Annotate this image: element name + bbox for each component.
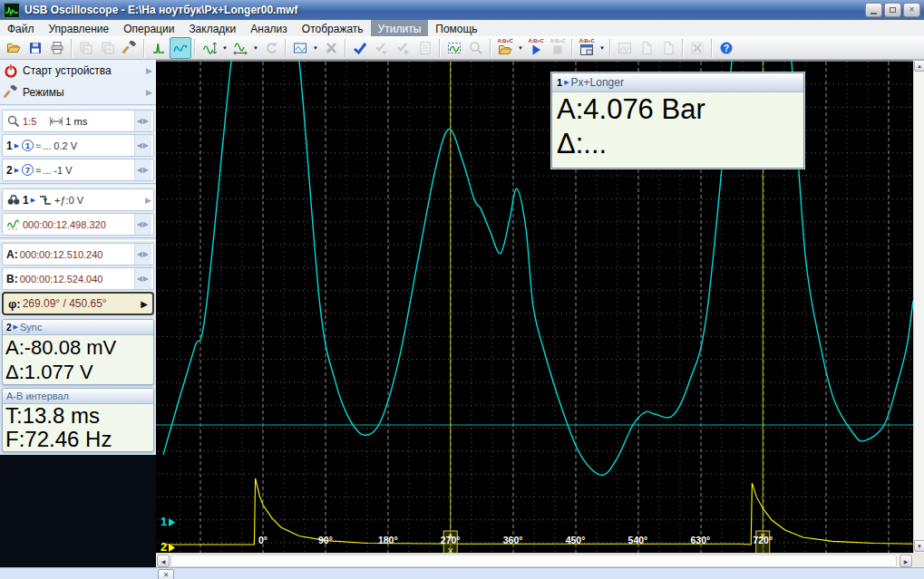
menu-item-2[interactable]: Управление	[42, 20, 117, 36]
waveform-view-button[interactable]	[170, 37, 191, 59]
divider	[0, 183, 156, 187]
trace-channel-2[interactable]	[164, 478, 913, 545]
hammer-icon	[122, 41, 137, 55]
scroll-left-button[interactable]: ◀	[157, 555, 170, 567]
menu-item-1[interactable]: Файл	[0, 20, 42, 36]
math-panel-button[interactable]: A:B+C	[576, 37, 598, 59]
abc-caption: A:B+C	[576, 38, 598, 43]
scale-spinner[interactable]: ◀▶	[134, 111, 151, 131]
help-button[interactable]: ?	[715, 37, 737, 59]
sync-delta-value: Δ:1.077 V	[3, 360, 153, 384]
channel-1-spinner[interactable]: ◀▶	[134, 135, 151, 156]
modes-button[interactable]: Режимы ▶	[0, 82, 156, 103]
new-wave-window-button[interactable]	[289, 37, 311, 59]
math-open-button-dropdown[interactable]: ▼	[516, 38, 525, 58]
menu-item-7[interactable]: Утилиты	[371, 20, 429, 36]
sync-panel-header[interactable]: 2 ▶ Sync	[3, 320, 153, 335]
menu-item-6[interactable]: Отображать	[295, 20, 371, 36]
copy-wave-icon	[79, 41, 93, 55]
export-report-button	[657, 37, 679, 59]
toolbar-separator	[609, 39, 611, 57]
divider	[0, 237, 156, 241]
channel-arrow-icon: ▶	[15, 142, 19, 150]
abc-play-icon	[529, 43, 543, 57]
vertical-scrollbar[interactable]: ▲ ▼	[913, 60, 924, 553]
sidebar-empty-area	[0, 455, 156, 567]
close-dock-icon[interactable]: ✕	[158, 569, 174, 579]
select-region-button[interactable]	[443, 37, 465, 59]
channel-1-row[interactable]: 1 ▶ 1 ≈ ... 0.2 V ◀▶	[2, 134, 154, 157]
abc-caption: A:B+C	[494, 38, 516, 43]
sync-settings-row[interactable]: 1 ▶ +ƒ:0 V ▶	[2, 188, 154, 211]
horizontal-scrollbar[interactable]: ◀ ▶	[156, 553, 913, 567]
scale-row[interactable]: 1:5 1 ms ◀▶	[2, 110, 154, 132]
channel-arrow-icon: ▶	[15, 167, 19, 174]
toolbar-separator	[571, 39, 573, 57]
scroll-down-button[interactable]: ▼	[914, 540, 924, 552]
measurement-overlay-window[interactable]: 1 ▶ Px+Longer A:4.076 Bar Δ:...	[551, 72, 804, 169]
channel-2-marker[interactable]: 2	[160, 540, 167, 554]
list-page-icon	[418, 41, 433, 55]
single-pulse-button[interactable]	[148, 37, 170, 59]
abc-caption: A:B+C	[547, 38, 569, 43]
modes-label: Режимы	[23, 86, 64, 99]
x-tick-label: 0°	[258, 535, 267, 545]
channel-1-marker[interactable]: 1	[160, 515, 167, 528]
time-position-row[interactable]: 000:00:12.498.320 ◀▶	[2, 213, 154, 236]
control-sidebar: Старт устройства ▶ Режимы ▶ 1:5 1 ms ◀▶ …	[0, 60, 156, 567]
vertical-scale-button[interactable]	[199, 37, 220, 59]
menu-item-8[interactable]: Помощь	[428, 20, 484, 36]
horizontal-scroll-thumb[interactable]	[170, 555, 897, 567]
menu-item-5[interactable]: Анализ	[243, 20, 295, 36]
waveform-icon: ≈	[35, 165, 41, 176]
time-position-spinner[interactable]: ◀▶	[134, 214, 151, 235]
horizontal-scale-button-dropdown[interactable]: ▼	[251, 38, 260, 58]
new-wave-window-button-dropdown[interactable]: ▼	[311, 38, 320, 58]
channel-arrow-icon: ▶	[14, 323, 18, 331]
scroll-right-button[interactable]: ▶	[900, 555, 912, 567]
math-stop-button: A:B+C	[547, 37, 569, 59]
cursor-a-label: A:	[6, 248, 18, 261]
x-tick-label: 180°	[378, 535, 398, 545]
sync-panel-channel: 2	[6, 323, 12, 333]
minimize-button[interactable]	[865, 3, 882, 17]
restore-button[interactable]	[884, 3, 901, 17]
open-folder-icon	[6, 41, 21, 55]
channel-2-row[interactable]: 2 ▶ 7 ≈ ... -1 V ◀▶	[2, 159, 154, 181]
page-icon	[661, 41, 676, 55]
horizontal-scale-button[interactable]	[229, 37, 251, 59]
ab-panel-header[interactable]: A-B интервал	[3, 389, 153, 404]
submenu-arrow-icon: ▶	[141, 299, 148, 309]
oscilloscope-plot-area[interactable]: AXXB0°90°180°270°360°450°540°630°720°12 …	[156, 60, 913, 553]
interval-time-value: T:13.8 ms	[3, 404, 153, 428]
cursor-a-reading: A:4.076 Bar	[552, 92, 803, 127]
power-icon	[4, 63, 18, 78]
close-button[interactable]: ×	[903, 3, 920, 17]
cursor-a-spinner[interactable]: ◀▶	[134, 244, 151, 265]
divider	[0, 104, 156, 108]
setup-tools-button[interactable]	[119, 37, 141, 59]
vertical-scale-button-dropdown[interactable]: ▼	[220, 38, 229, 58]
cursor-b-time-row[interactable]: B: 000:00:12.524.040 ◀▶	[2, 267, 154, 290]
channel-arrow-icon: ▶	[564, 79, 569, 86]
overlay-header[interactable]: 1 ▶ Px+Longer	[552, 73, 803, 92]
channel-2-spinner[interactable]: ◀▶	[134, 159, 151, 180]
math-panel-button-dropdown[interactable]: ▼	[598, 38, 607, 58]
menu-item-4[interactable]: Закладки	[181, 20, 243, 36]
img-wave-icon	[618, 41, 632, 55]
cursor-b-spinner[interactable]: ◀▶	[134, 268, 151, 289]
phase-row[interactable]: φ: 269.09° / 450.65° ▶	[2, 292, 154, 315]
math-run-button[interactable]: A:B+C	[525, 37, 547, 59]
start-device-button[interactable]: Старт устройства ▶	[0, 60, 156, 82]
scroll-up-button[interactable]: ▲	[914, 60, 924, 72]
apply-button[interactable]	[349, 37, 371, 59]
open-file-button[interactable]	[3, 37, 24, 59]
save-button[interactable]	[24, 37, 46, 59]
wave-select-icon	[447, 41, 462, 55]
math-open-button[interactable]: A:B+C	[494, 37, 516, 59]
page-icon	[639, 41, 654, 55]
cursor-a-time-row[interactable]: A: 000:00:12.510.240 ◀▶	[2, 243, 154, 265]
menu-item-3[interactable]: Операции	[116, 20, 181, 36]
save-icon	[28, 41, 43, 55]
print-button[interactable]	[46, 37, 68, 59]
